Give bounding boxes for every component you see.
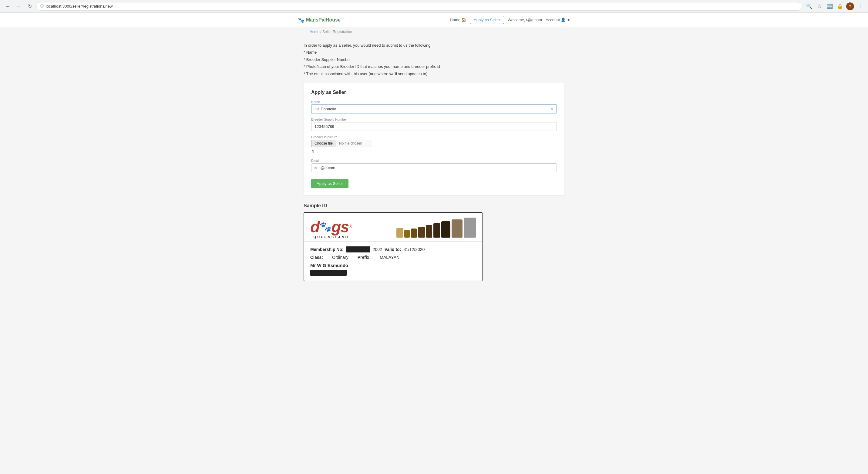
address-bar-url: localhost:3000/seller/registrations/new (46, 4, 113, 8)
dog-silhouette-7 (441, 221, 451, 238)
dogs-d-letter: d (310, 219, 319, 235)
prefix-label: Prefix: (358, 255, 371, 260)
address-redacted (310, 270, 347, 276)
account-icon: 👤 (561, 18, 566, 22)
breeder-id-form-group: Breeder id picture Choose file No file c… (311, 135, 557, 155)
class-value: Ordinary (332, 255, 348, 260)
dogs-gs-letters: gs (332, 219, 349, 235)
dog-silhouette-8 (452, 219, 463, 238)
brand-name: MansPalHouse (306, 17, 341, 23)
nav-home-label: Home (450, 18, 460, 22)
back-button[interactable]: ← (4, 2, 12, 11)
sample-id-card: d 🐾 gs ® QUEENSLAND (304, 212, 483, 281)
intro-req4: * The email associated with this user (a… (304, 70, 564, 77)
breadcrumb: Home / Seller Registration (310, 30, 352, 34)
address-bar-security-icon: ⓘ (40, 4, 44, 9)
dog-silhouette-4 (418, 227, 425, 238)
name-input[interactable] (311, 105, 557, 113)
email-form-group: Email ✉ (311, 159, 557, 172)
name-form-group: Name ✕ (311, 100, 557, 113)
breadcrumb-bar: Home / Seller Registration (304, 27, 564, 36)
membership-row: Membership No: 2002 Valid to: 31/12/2020 (310, 246, 476, 252)
address-bar[interactable]: ⓘ localhost:3000/seller/registrations/ne… (36, 2, 803, 11)
nav-welcome-text: Welcome, t@g.com (508, 18, 542, 22)
intro-section: In order to apply as a seller, you would… (304, 36, 564, 82)
membership-label: Membership No: (310, 247, 344, 252)
home-icon: 🏠 (461, 18, 466, 22)
email-input-wrapper: ✉ (311, 163, 557, 172)
membership-year: 2002 (373, 247, 382, 252)
name-label: Name (311, 100, 557, 104)
dogs-image-row (396, 217, 476, 239)
nav-apply-seller-button[interactable]: Apply as Seller (470, 16, 504, 24)
name-input-wrapper: ✕ (311, 105, 557, 113)
sample-id-top: d 🐾 gs ® QUEENSLAND (304, 213, 482, 242)
breeder-form-group: Breeder Supply Number (311, 117, 557, 131)
file-no-chosen-text: No file chosen (336, 140, 372, 147)
form-title: Apply as Seller (311, 90, 557, 95)
file-input-wrapper: Choose file No file chosen (311, 140, 557, 147)
owner-name: Mr W G Esmundo (310, 263, 476, 268)
email-input[interactable] (311, 163, 557, 172)
nav-account-label: Account (546, 18, 560, 22)
upload-icon: ⇧ (311, 149, 557, 155)
navbar-inner: 🐾 MansPalHouse Home 🏠 Apply as Seller We… (298, 16, 570, 24)
paw-in-logo: 🐾 (319, 222, 332, 232)
dog-silhouette-1 (396, 228, 403, 238)
email-icon: ✉ (314, 166, 317, 170)
breadcrumb-home-link[interactable]: Home (310, 30, 319, 34)
dog-silhouette-5 (426, 225, 432, 238)
forward-button[interactable]: → (14, 2, 23, 11)
dog-silhouette-9 (464, 217, 476, 238)
intro-line1: In order to apply as a seller, you would… (304, 42, 564, 49)
breeder-label: Breeder Supply Number (311, 117, 557, 121)
valid-to-date: 31/12/2020 (403, 247, 425, 252)
form-card: Apply as Seller Name ✕ Breeder Supply Nu… (304, 82, 564, 196)
dog-silhouette-6 (433, 223, 440, 238)
page-content: 🐾 MansPalHouse Home 🏠 Apply as Seller We… (0, 13, 868, 474)
browser-actions: 🔍 ☆ 🆕 🔒 T ⋮ (805, 2, 864, 11)
main-container: Home / Seller Registration In order to a… (298, 27, 570, 281)
nav-right: Home 🏠 Apply as Seller Welcome, t@g.com … (450, 16, 570, 24)
sample-id-bottom: Membership No: 2002 Valid to: 31/12/2020… (304, 242, 482, 281)
brand-logo[interactable]: 🐾 MansPalHouse (298, 17, 341, 23)
chevron-down-icon: ▼ (566, 18, 570, 22)
intro-req3: * Photo/scan of your Breeder ID that mat… (304, 63, 564, 70)
email-label: Email (311, 159, 557, 163)
dog-silhouette-3 (411, 229, 417, 238)
nav-account-dropdown[interactable]: Account 👤 ▼ (546, 18, 570, 22)
dogs-logo-block: d 🐾 gs ® QUEENSLAND (310, 219, 352, 239)
breeder-id-label: Breeder id picture (311, 135, 557, 139)
prefix-value: MALAYAN (380, 255, 399, 260)
intro-req1: * Name (304, 49, 564, 56)
user-avatar[interactable]: T (846, 2, 854, 10)
navbar: 🐾 MansPalHouse Home 🏠 Apply as Seller We… (0, 13, 868, 27)
browser-chrome: ← → ↻ ⓘ localhost:3000/seller/registrati… (0, 0, 868, 13)
class-row: Class: Ordinary Prefix: MALAYAN (310, 255, 476, 260)
breeder-input[interactable] (311, 122, 557, 131)
breadcrumb-current: Seller Registration (322, 30, 352, 34)
search-icon[interactable]: 🔍 (805, 2, 813, 11)
membership-number-redacted (346, 246, 370, 252)
reload-button[interactable]: ↻ (26, 2, 34, 11)
nav-home-link[interactable]: Home 🏠 (450, 18, 466, 22)
sample-id-title: Sample ID (304, 203, 564, 208)
apply-seller-button[interactable]: Apply as Seller (311, 179, 348, 188)
bookmark-icon[interactable]: ☆ (815, 2, 824, 11)
dog-silhouette-2 (404, 230, 410, 238)
clear-icon: ✕ (550, 106, 554, 111)
paw-icon: 🐾 (298, 17, 304, 23)
menu-icon[interactable]: ⋮ (856, 2, 864, 11)
dogs-logo: d 🐾 gs ® (310, 219, 352, 235)
intro-req2: * Breeder Supplier Number (304, 56, 564, 63)
valid-to-label: Valid to: (384, 247, 401, 252)
sample-id-section: Sample ID d 🐾 gs ® QUEENSLAND (304, 203, 564, 281)
lock-extension-icon[interactable]: 🔒 (836, 2, 844, 11)
queensland-text: QUEENSLAND (314, 235, 349, 239)
extension-icon[interactable]: 🆕 (826, 2, 834, 11)
file-choose-button[interactable]: Choose file (311, 140, 336, 147)
class-label: Class: (310, 255, 323, 260)
registered-mark: ® (348, 224, 352, 229)
